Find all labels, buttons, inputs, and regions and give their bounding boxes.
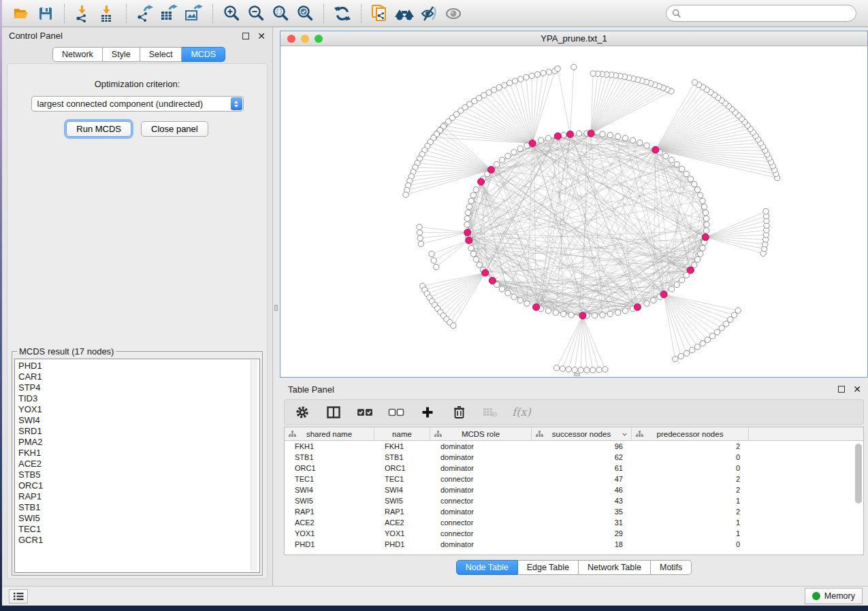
table-cell[interactable]: RAP1 xyxy=(374,508,430,516)
table-cell[interactable]: STB1 xyxy=(374,453,430,461)
mcds-result-item[interactable]: STP4 xyxy=(18,382,259,393)
network-node[interactable] xyxy=(602,367,608,372)
network-node[interactable] xyxy=(689,347,694,352)
table-cell[interactable]: connector xyxy=(430,529,532,538)
mcds-result-item[interactable]: ACE2 xyxy=(18,459,259,469)
network-node[interactable] xyxy=(502,82,507,88)
horizontal-splitter-handle[interactable] xyxy=(574,373,580,376)
tab-network[interactable]: Network xyxy=(52,47,103,62)
table-cell[interactable]: 0 xyxy=(632,540,749,548)
table-scrollbar[interactable] xyxy=(855,444,862,503)
save-session-icon[interactable] xyxy=(35,4,56,23)
network-node[interactable] xyxy=(473,187,479,193)
network-node[interactable] xyxy=(568,312,574,318)
table-cell[interactable]: 62 xyxy=(532,453,632,461)
network-node[interactable] xyxy=(615,310,620,315)
table-row[interactable]: SWI4SWI4dominator462 xyxy=(285,484,863,495)
float-table-panel-icon[interactable] xyxy=(838,386,845,393)
network-node[interactable] xyxy=(709,333,715,339)
network-node[interactable] xyxy=(545,135,551,141)
network-node[interactable] xyxy=(688,176,693,182)
network-node[interactable] xyxy=(630,137,635,143)
zoom-fit-icon[interactable] xyxy=(270,4,291,23)
network-node[interactable] xyxy=(651,297,656,303)
table-cell[interactable]: FKH1 xyxy=(285,442,374,450)
mcds-result-item[interactable]: STB1 xyxy=(18,502,259,513)
network-node-dominator[interactable] xyxy=(487,166,494,173)
network-node[interactable] xyxy=(607,132,613,137)
close-table-panel-icon[interactable]: ✕ xyxy=(853,386,861,393)
network-node[interactable] xyxy=(434,264,439,269)
network-node[interactable] xyxy=(417,235,423,241)
table-cell[interactable]: dominator xyxy=(430,442,532,450)
mcds-result-item[interactable]: PMA2 xyxy=(18,437,259,448)
table-cell[interactable]: PHD1 xyxy=(285,540,374,548)
network-node[interactable] xyxy=(418,241,423,246)
network-node[interactable] xyxy=(511,294,517,299)
network-node[interactable] xyxy=(700,198,705,203)
network-node-dominator[interactable] xyxy=(529,140,536,147)
table-row[interactable]: TEC1TEC1connector472 xyxy=(285,474,863,484)
network-node[interactable] xyxy=(644,301,649,306)
column-header-name[interactable]: name xyxy=(374,427,430,440)
tab-select[interactable]: Select xyxy=(140,47,182,62)
table-cell[interactable]: 1 xyxy=(632,518,749,527)
close-panel-button[interactable]: Close panel xyxy=(141,121,208,137)
network-graph[interactable] xyxy=(280,46,867,377)
select-all-icon[interactable] xyxy=(357,404,373,420)
network-node[interactable] xyxy=(694,187,700,193)
table-cell[interactable]: 31 xyxy=(532,518,632,527)
network-node[interactable] xyxy=(546,69,551,75)
network-node-dominator[interactable] xyxy=(702,234,709,241)
network-node[interactable] xyxy=(735,308,741,313)
table-cell[interactable]: TEC1 xyxy=(374,475,430,483)
network-node[interactable] xyxy=(470,251,476,257)
table-cell[interactable]: connector xyxy=(430,518,532,527)
table-cell[interactable]: SWI5 xyxy=(374,497,430,505)
column-header-mcds-role[interactable]: MCDS role xyxy=(430,427,532,440)
network-node[interactable] xyxy=(694,257,700,262)
network-node[interactable] xyxy=(468,246,474,251)
network-node[interactable] xyxy=(704,222,709,227)
table-row[interactable]: ACE2ACE2connector311 xyxy=(285,517,863,528)
network-node[interactable] xyxy=(566,367,571,372)
network-node[interactable] xyxy=(669,157,674,163)
table-cell[interactable]: 46 xyxy=(532,486,632,494)
table-cell[interactable]: 2 xyxy=(632,508,749,516)
table-cell[interactable]: connector xyxy=(430,475,532,483)
network-node[interactable] xyxy=(674,161,679,167)
table-row[interactable]: STB1STB1dominator620 xyxy=(285,452,863,463)
network-node[interactable] xyxy=(698,193,703,198)
table-cell[interactable]: ACE2 xyxy=(285,518,374,527)
table-cell[interactable]: PHD1 xyxy=(374,540,430,548)
network-node[interactable] xyxy=(644,143,649,148)
network-node[interactable] xyxy=(529,73,534,78)
network-node[interactable] xyxy=(700,341,705,346)
network-node[interactable] xyxy=(538,137,543,143)
network-node[interactable] xyxy=(703,216,709,221)
network-node-dominator[interactable] xyxy=(567,131,574,137)
mcds-result-item[interactable]: PHD1 xyxy=(18,361,259,371)
export-network-icon[interactable] xyxy=(135,4,155,23)
network-node[interactable] xyxy=(600,131,605,137)
network-node[interactable] xyxy=(561,132,566,137)
network-node[interactable] xyxy=(518,76,524,82)
network-node[interactable] xyxy=(703,210,708,215)
network-node[interactable] xyxy=(663,153,669,159)
mcds-result-item[interactable]: SWI5 xyxy=(18,513,259,524)
network-node[interactable] xyxy=(470,193,476,198)
network-node[interactable] xyxy=(561,311,566,316)
tab-mcds[interactable]: MCDS xyxy=(182,47,225,62)
export-table-icon[interactable] xyxy=(159,4,180,23)
mcds-result-item[interactable]: TEC1 xyxy=(18,524,259,535)
splitter-handle[interactable] xyxy=(274,305,278,311)
mcds-result-item[interactable]: CAR1 xyxy=(18,371,259,382)
network-node[interactable] xyxy=(684,171,689,176)
hide-selected-icon[interactable] xyxy=(419,4,439,23)
table-cell[interactable]: 0 xyxy=(632,464,749,472)
network-node-dominator[interactable] xyxy=(588,130,594,137)
network-node[interactable] xyxy=(637,140,643,146)
tab-motifs[interactable]: Motifs xyxy=(651,560,692,575)
task-history-button[interactable] xyxy=(9,589,28,604)
network-node[interactable] xyxy=(572,367,577,372)
